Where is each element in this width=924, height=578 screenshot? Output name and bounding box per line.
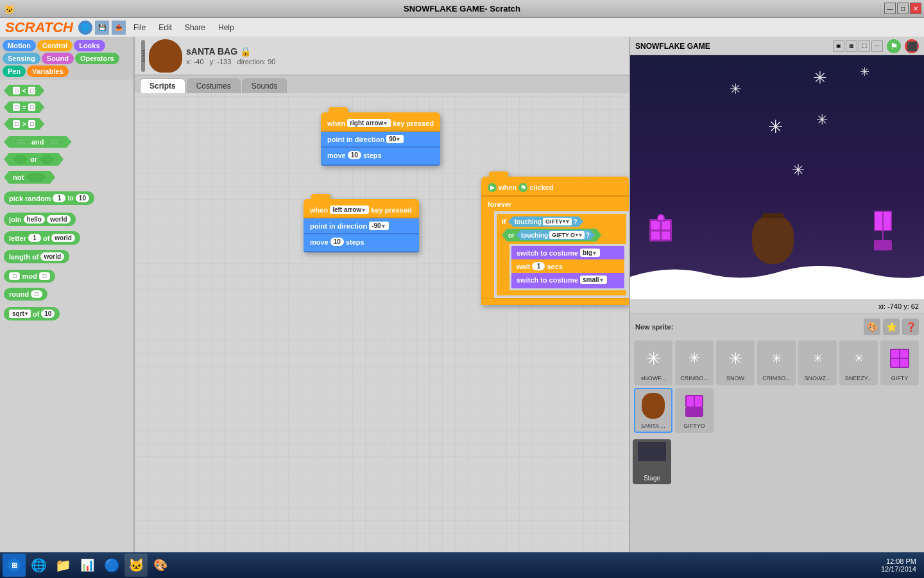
sprite-item-crimbo1[interactable]: ✳ CRIMBO... (675, 340, 714, 385)
folder-icon[interactable]: 📁 (51, 554, 74, 577)
sprite-item-santa[interactable]: sANTA ... (634, 388, 672, 433)
switch-costume-small[interactable]: switch to costume small (511, 273, 624, 288)
santa-bag-main (752, 216, 794, 264)
snowflake-1: ✳ (730, 81, 741, 98)
length-of-block[interactable]: length of world (4, 250, 130, 263)
sprite-item-giftyo[interactable]: GIFTYO (675, 388, 714, 433)
join-block[interactable]: join hello world (4, 213, 130, 226)
stage-fullscreen-btn[interactable]: ⛶ (859, 40, 870, 52)
pick-random-to[interactable]: 10 (76, 194, 89, 202)
ie-icon[interactable]: 🌐 (27, 554, 50, 577)
pick-random-from[interactable]: 1 (53, 194, 65, 202)
category-looks[interactable]: Looks (74, 40, 105, 51)
stage-small-btn[interactable]: ▣ (833, 40, 844, 52)
costume-big-dropdown[interactable]: big (580, 249, 600, 257)
tab-costumes[interactable]: Costumes (187, 78, 241, 93)
direction-dropdown[interactable]: 90 (386, 135, 404, 143)
sprite-item-snow[interactable]: ✳ SNOW (716, 340, 755, 385)
touching-gifty-bool[interactable]: touching GIFTY▾ ? (508, 216, 584, 227)
when-right-arrow-hat[interactable]: when right arrow key pressed (321, 112, 440, 132)
scratch-taskbar[interactable]: 🐱 (124, 554, 148, 577)
when-flag-hat[interactable]: ▶ when ⚑ clicked (481, 177, 629, 197)
search-sprite-button[interactable]: ❓ (902, 319, 919, 335)
key-left-dropdown[interactable]: left arrow (330, 206, 369, 214)
tab-scripts[interactable]: Scripts (140, 78, 185, 93)
paint-taskbar[interactable]: 🎨 (149, 554, 172, 577)
forever-label[interactable]: forever (481, 197, 629, 211)
wait-block[interactable]: wait 1 secs (511, 259, 624, 273)
script-area[interactable]: when right arrow key pressed point in di… (135, 93, 629, 559)
category-control[interactable]: Control (37, 40, 73, 51)
minimize-button[interactable]: — (884, 3, 896, 14)
menu-edit[interactable]: Edit (153, 22, 177, 33)
drag-handle[interactable] (141, 40, 145, 72)
stage-medium-btn[interactable]: ▦ (846, 40, 857, 52)
sqrt-dropdown[interactable]: sqrt (12, 310, 24, 317)
costume-small-dropdown[interactable]: small (580, 276, 607, 284)
language-button[interactable]: 🌐 (78, 21, 92, 35)
greater-than-block[interactable]: □ > □ (4, 118, 130, 130)
menu-share[interactable]: Share (180, 22, 210, 33)
letter-num[interactable]: 1 (28, 234, 41, 242)
forever-mouth: if touching GIFTY▾ ? or (481, 211, 629, 298)
close-button[interactable]: ✕ (910, 3, 921, 14)
and-block[interactable]: and (4, 136, 130, 148)
direction-left-dropdown[interactable]: -90 (369, 222, 388, 230)
round-block[interactable]: round □ (4, 288, 130, 301)
paint-sprite-button[interactable]: 🎨 (864, 319, 880, 335)
wait-secs[interactable]: 1 (532, 262, 545, 270)
category-sensing[interactable]: Sensing (3, 53, 40, 64)
tab-sounds[interactable]: Sounds (242, 78, 287, 93)
if-condition[interactable]: if touching GIFTY▾ ? or (497, 214, 626, 244)
not-block[interactable]: not (4, 171, 130, 184)
category-variables[interactable]: Variables (27, 66, 68, 77)
sprite-item-snowz[interactable]: ✳ SNOWZ... (798, 340, 837, 385)
save-icon[interactable]: 💾 (95, 21, 109, 35)
less-than-block[interactable]: □ < □ (4, 85, 130, 96)
category-pen[interactable]: Pen (3, 66, 26, 77)
letter-world[interactable]: world (51, 234, 75, 242)
sqrt-of-block[interactable]: sqrt ▾ of 10 (4, 307, 130, 320)
join-word1[interactable]: hello (24, 215, 45, 223)
letter-of-block[interactable]: letter 1 of world (4, 231, 130, 245)
join-word2[interactable]: world (47, 215, 71, 223)
pick-random-block[interactable]: pick random 1 to 10 (4, 191, 130, 205)
upload-icon[interactable]: 📤 (112, 21, 126, 35)
move-steps-block[interactable]: move 10 steps (321, 148, 440, 166)
category-motion[interactable]: Motion (3, 40, 36, 51)
switch-costume-big[interactable]: switch to costume big (511, 246, 624, 259)
chrome-icon[interactable]: 🔵 (100, 554, 123, 577)
move-steps-left-block[interactable]: move 10 steps (304, 234, 419, 252)
excel-icon[interactable]: 📊 (76, 554, 99, 577)
or-bool[interactable]: or touching GIFTY O▾ ? (502, 229, 601, 241)
point-direction-block[interactable]: point in direction 90 (321, 132, 440, 148)
category-operators[interactable]: Operators (75, 53, 119, 64)
equals-block[interactable]: □ = □ (4, 101, 130, 113)
length-world[interactable]: world (40, 252, 64, 261)
start-button[interactable]: ⊞ (3, 554, 26, 577)
or-block[interactable]: or (4, 153, 130, 166)
maximize-button[interactable]: □ (897, 3, 909, 14)
sprite-item-sneezy[interactable]: ✳ SNEEZY... (839, 340, 878, 385)
point-direction-left-block[interactable]: point in direction -90 (304, 218, 419, 234)
surprise-sprite-button[interactable]: ⭐ (883, 319, 900, 335)
touching-dropdown2[interactable]: GIFTY O▾ (549, 231, 585, 239)
stage-extra-btn[interactable]: ⋯ (871, 40, 883, 52)
stage-sprite-item[interactable]: Stage (633, 439, 671, 484)
sqrt-value[interactable]: 10 (41, 310, 55, 318)
tab-row: Scripts Costumes Sounds (135, 76, 629, 93)
mod-block[interactable]: □ mod □ (4, 270, 130, 283)
green-flag-button[interactable]: ⚑ (887, 39, 901, 53)
red-stop-button[interactable]: ⬛ (905, 39, 919, 53)
menu-file[interactable]: File (128, 22, 151, 33)
sprite-item-crimbo2[interactable]: ✳ CRIMBO... (757, 340, 796, 385)
when-left-arrow-hat[interactable]: when left arrow key pressed (304, 199, 419, 218)
key-dropdown[interactable]: right arrow (347, 119, 391, 127)
touching-dropdown1[interactable]: GIFTY▾ (543, 218, 572, 225)
mod-label: mod (22, 272, 37, 280)
category-sound[interactable]: Sound (42, 53, 74, 64)
menu-help[interactable]: Help (213, 22, 239, 33)
sprite-item-gifty[interactable]: GIFTY (880, 340, 919, 385)
touching-giftyo-bool[interactable]: touching GIFTY O▾ ? (516, 230, 595, 240)
sprite-item-snowf[interactable]: ✳ sNOWF... (634, 340, 672, 385)
